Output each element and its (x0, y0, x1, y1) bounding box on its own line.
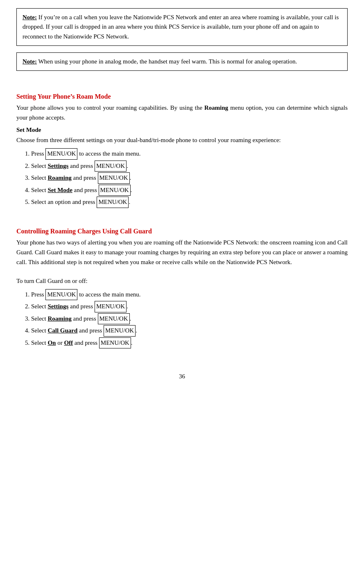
set-mode-subtext: Choose from three different settings on … (16, 135, 348, 145)
section2-steps-list: Press MENU/OK to access the main menu. S… (31, 289, 348, 349)
section2-step-1: Press MENU/OK to access the main menu. (31, 289, 348, 301)
section2-step-4: Select Call Guard and press MENU/OK. (31, 325, 348, 337)
kbd-menu-ok-s2-2: MENU/OK (95, 301, 127, 312)
roaming-keyword-s2: Roaming (47, 315, 71, 322)
section1-step-4: Select Set Mode and press MENU/OK. (31, 185, 348, 196)
note-box-2: Note: When using your phone in analog mo… (16, 52, 348, 71)
kbd-menu-ok-s1-3: MENU/OK (98, 172, 130, 184)
page-footer: 36 (16, 373, 348, 380)
section1-step-2: Select Settings and press MENU/OK. (31, 161, 348, 172)
section-title-2: Controlling Roaming Charges Using Call G… (16, 228, 348, 235)
section-call-guard: Controlling Roaming Charges Using Call G… (16, 228, 348, 349)
section1-steps-list: Press MENU/OK to access the main menu. S… (31, 148, 348, 208)
on-keyword-s2: On (47, 339, 56, 346)
kbd-menu-ok-s1-5: MENU/OK (97, 197, 129, 208)
kbd-menu-ok-s1-2: MENU/OK (95, 161, 127, 172)
page-number: 36 (179, 373, 185, 380)
note-text-1: If you’re on a call when you leave the N… (23, 14, 339, 40)
kbd-menu-ok-s2-4: MENU/OK (104, 325, 136, 337)
settings-keyword-s1: Settings (47, 163, 68, 169)
settings-keyword-s2: Settings (47, 303, 68, 310)
section-roam-mode: Setting Your Phone’s Roam Mode Your phon… (16, 93, 348, 208)
callguard-intro-text: To turn Call Guard on or off: (16, 276, 348, 286)
note-label-2: Note: (23, 58, 37, 65)
note-text-2: When using your phone in analog mode, th… (37, 58, 297, 65)
setmode-keyword-s1: Set Mode (47, 187, 72, 193)
section2-step-2: Select Settings and press MENU/OK. (31, 301, 348, 312)
roaming-keyword-1: Roaming (204, 104, 228, 111)
section2-step-3: Select Roaming and press MENU/OK. (31, 313, 348, 325)
section-title-1: Setting Your Phone’s Roam Mode (16, 93, 348, 100)
section1-step-5: Select an option and press MENU/OK. (31, 197, 348, 208)
kbd-menu-ok-s2-3: MENU/OK (98, 313, 130, 325)
kbd-menu-ok-s1-4: MENU/OK (99, 185, 131, 196)
section1-step-3: Select Roaming and press MENU/OK. (31, 172, 348, 184)
section2-intro: Your phone has two ways of alerting you … (16, 237, 348, 267)
note-label-1: Note: (23, 14, 37, 20)
section1-intro: Your phone allows you to control your ro… (16, 103, 348, 122)
section2-step-5: Select On or Off and press MENU/OK. (31, 337, 348, 349)
roaming-keyword-s1-3: Roaming (47, 174, 71, 181)
set-mode-subheading: Set Mode (16, 127, 348, 133)
callguard-keyword-s2: Call Guard (47, 327, 77, 334)
note-box-1: Note: If you’re on a call when you leave… (16, 8, 348, 46)
kbd-menu-ok-s2-5: MENU/OK (99, 337, 131, 349)
kbd-menu-ok-s2-1: MENU/OK (45, 289, 77, 301)
off-keyword-s2: Off (64, 339, 73, 346)
kbd-menu-ok-s1-1: MENU/OK (45, 148, 77, 160)
section1-step-1: Press MENU/OK to access the main menu. (31, 148, 348, 160)
